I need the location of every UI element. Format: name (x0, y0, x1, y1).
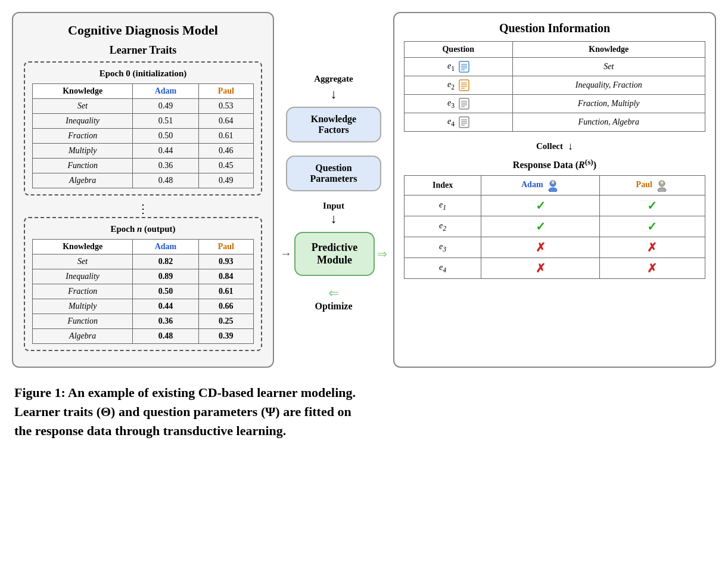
table-row: Inequality 0.89 0.84 (33, 269, 254, 284)
epochn-col-knowledge: Knowledge (33, 240, 133, 255)
epoch0-table: Knowledge Adam Paul Set 0.49 0.53 Inequa… (32, 83, 254, 188)
table-row: Function 0.36 0.45 (33, 159, 254, 173)
epochn-box: Epoch n (output) Knowledge Adam Paul Set (24, 217, 262, 351)
epoch0-col-paul: Paul (198, 84, 253, 99)
q-col-question: Question (405, 42, 513, 58)
epochn-title: Epoch n (output) (32, 224, 254, 234)
question-table: Question Knowledge e1 (404, 41, 705, 132)
table-row: Multiply 0.44 0.66 (33, 299, 254, 314)
check-icon: ✓ (647, 220, 657, 233)
table-row: e1 ✓ ✓ (405, 195, 705, 216)
table-row: e1 Set (405, 58, 705, 76)
response-data-title: Response Data (R(s)) (404, 157, 705, 170)
collect-section: Collect ↓ (404, 140, 705, 153)
table-row: Fraction 0.50 0.61 (33, 129, 254, 144)
epoch0-col-knowledge: Knowledge (33, 84, 133, 99)
question-parameters-box: QuestionParameters (286, 156, 381, 191)
resp-col-paul: Paul (599, 176, 705, 195)
table-row: e4 Function, Algebra (405, 113, 705, 132)
resp-col-index: Index (405, 176, 481, 195)
epoch0-title: Epoch 0 (initialization) (32, 69, 254, 79)
input-label: Input (323, 201, 344, 211)
cdm-title: Cognitive Diagnosis Model (24, 23, 262, 38)
aggregate-label: Aggregate (314, 74, 353, 84)
table-row: Inequality 0.51 0.64 (33, 114, 254, 129)
check-icon: ✓ (647, 199, 657, 212)
table-row: e2 Inequality, Fraction (405, 76, 705, 95)
figure-caption: Figure 1: An example of existing CD-base… (12, 377, 716, 440)
check-icon: ✓ (536, 220, 546, 233)
epochn-table: Knowledge Adam Paul Set 0.82 0.93 Inequa… (32, 239, 254, 344)
predictive-module-box: PredictiveModule (294, 232, 375, 276)
doc-icon-e1 (459, 61, 469, 73)
paul-avatar-icon (655, 179, 668, 192)
table-row: e4 ✗ ✗ (405, 258, 705, 279)
input-arrow: ↓ (330, 211, 337, 226)
resp-col-adam: Adam (481, 176, 600, 195)
adam-avatar-icon (546, 179, 559, 192)
q-col-knowledge: Knowledge (512, 42, 705, 58)
table-row: Function 0.36 0.25 (33, 314, 254, 329)
doc-icon-e3 (459, 98, 469, 110)
svg-rect-0 (459, 61, 469, 72)
left-panel: Cognitive Diagnosis Model Learner Traits… (12, 12, 274, 368)
svg-rect-5 (459, 80, 469, 91)
cross-icon: ✗ (536, 241, 546, 254)
collect-arrow: ↓ (568, 140, 573, 153)
table-row: Algebra 0.48 0.39 (33, 329, 254, 344)
middle-column: Aggregate ↓ KnowledgeFactors QuestionPar… (274, 12, 393, 368)
table-row: e2 ✓ ✓ (405, 216, 705, 237)
main-container: Cognitive Diagnosis Model Learner Traits… (12, 12, 716, 440)
right-output-arrow: ⇒ (377, 247, 387, 261)
predictive-row: → PredictiveModule ⇒ (280, 229, 387, 278)
epochn-col-paul: Paul (198, 240, 253, 255)
svg-point-25 (661, 181, 664, 184)
doc-icon-e2 (459, 79, 469, 91)
aggregate-section: Aggregate ↓ (314, 74, 353, 102)
table-row: e3 ✗ ✗ (405, 237, 705, 258)
input-section: Input ↓ (323, 201, 344, 226)
right-panel: Question Information Question Knowledge … (393, 12, 716, 368)
epoch0-col-adam: Adam (133, 84, 198, 99)
epochn-col-adam: Adam (133, 240, 198, 255)
epoch0-box: Epoch 0 (initialization) Knowledge Adam … (24, 61, 262, 195)
table-row: Fraction 0.50 0.61 (33, 284, 254, 299)
optimize-arrow-left: ⇐ (328, 286, 339, 301)
optimize-label: Optimize (315, 301, 352, 312)
collect-label: Collect (536, 141, 563, 151)
cross-icon: ✗ (536, 262, 546, 275)
svg-rect-15 (459, 117, 469, 128)
svg-point-22 (552, 181, 555, 184)
learner-traits-title: Learner Traits (24, 44, 262, 57)
cross-icon: ✗ (647, 241, 657, 254)
svg-point-24 (658, 188, 666, 192)
aggregate-arrow: ↓ (331, 86, 337, 102)
table-row: e3 Fraction, Multiply (405, 95, 705, 113)
svg-point-21 (549, 188, 557, 192)
table-row: Algebra 0.48 0.49 (33, 173, 254, 188)
table-row: Set 0.49 0.53 (33, 99, 254, 114)
check-icon: ✓ (536, 199, 546, 212)
doc-icon-e4 (459, 116, 469, 128)
diagram-area: Cognitive Diagnosis Model Learner Traits… (12, 12, 716, 368)
dots: ⋮ (24, 201, 262, 216)
question-info-title: Question Information (404, 21, 705, 35)
table-row: Set 0.82 0.93 (33, 255, 254, 269)
knowledge-factors-box: KnowledgeFactors (286, 107, 381, 142)
svg-rect-10 (459, 98, 469, 109)
response-table: Index Adam Paul (404, 175, 705, 279)
left-input-arrow: → (280, 247, 292, 260)
optimize-section: ⇐ Optimize (315, 286, 352, 312)
table-row: Multiply 0.44 0.46 (33, 144, 254, 159)
cross-icon: ✗ (647, 262, 657, 275)
